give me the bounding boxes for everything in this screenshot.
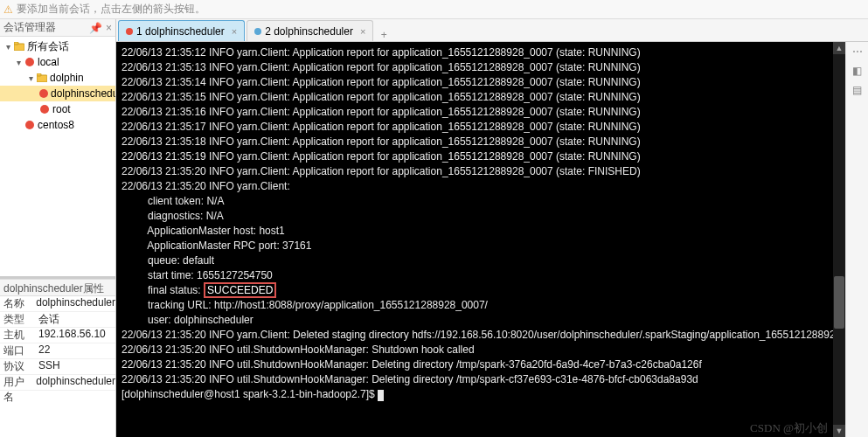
collapse-icon[interactable]: ▾ [14, 58, 24, 67]
tab-bar: 1 dolphinscheduler × 2 dolphinscheduler … [116, 19, 868, 42]
close-tab-icon[interactable]: × [232, 26, 237, 37]
session-tree[interactable]: ▾ 所有会话 ▾ local ▾ dolphin dolphinschedule… [0, 37, 115, 135]
session-panel-title: 会话管理器 [3, 20, 56, 35]
warning-icon: ⚠ [3, 3, 13, 16]
scroll-down-icon[interactable]: ▼ [833, 425, 845, 437]
term-line: 22/06/13 21:35:20 INFO yarn.Client: Appl… [122, 165, 641, 177]
term-line: 22/06/13 21:35:15 INFO yarn.Client: Appl… [122, 91, 641, 103]
prop-row: 用户名dolphinscheduler [0, 375, 115, 391]
tool-icon[interactable]: ◧ [852, 65, 862, 77]
term-line: 22/06/13 21:35:14 INFO yarn.Client: Appl… [122, 76, 641, 88]
term-line: 22/06/13 21:35:13 INFO yarn.Client: Appl… [122, 61, 641, 73]
folder-icon [36, 72, 48, 84]
hint-bar: ⚠ 要添加当前会话，点击左侧的箭头按钮。 [0, 0, 868, 19]
term-line: user: dolphinscheduler [122, 314, 253, 326]
terminal-wrap: 22/06/13 21:35:12 INFO yarn.Client: Appl… [116, 42, 868, 437]
svg-rect-4 [37, 73, 41, 76]
final-status-highlight: SUCCEEDED [204, 282, 276, 298]
svg-point-2 [25, 58, 34, 66]
tree-label: dolphinscheduler [51, 87, 115, 100]
right-toolbar: ⋯ ◧ ▤ [845, 42, 868, 437]
tool-icon[interactable]: ⋯ [852, 45, 863, 58]
term-line: 22/06/13 21:35:12 INFO yarn.Client: Appl… [122, 46, 641, 59]
scroll-up-icon[interactable]: ▲ [833, 42, 845, 54]
tab-session-1[interactable]: 1 dolphinscheduler × [118, 20, 245, 41]
tab-session-2[interactable]: 2 dolphinscheduler × [247, 20, 373, 41]
watermark: CSDN @初小创 [750, 420, 828, 435]
host-icon [24, 56, 36, 68]
scroll-thumb[interactable] [834, 276, 844, 329]
term-line: 22/06/13 21:35:20 INFO yarn.Client: [122, 180, 290, 192]
cursor [378, 390, 384, 401]
tree-label: local [38, 56, 59, 68]
term-line: 22/06/13 21:35:20 INFO yarn.Client: Dele… [122, 329, 833, 341]
term-line: 22/06/13 21:35:16 INFO yarn.Client: Appl… [122, 106, 641, 118]
tree-label: dolphin [50, 72, 84, 84]
add-tab-button[interactable]: + [375, 29, 392, 41]
tree-label: 所有会话 [27, 39, 69, 54]
prop-row: 协议SSH [0, 359, 115, 375]
close-icon[interactable]: × [106, 22, 112, 34]
right-pane: 1 dolphinscheduler × 2 dolphinscheduler … [116, 19, 868, 437]
term-line: diagnostics: N/A [122, 210, 224, 222]
term-line: 22/06/13 21:35:20 INFO util.ShutdownHook… [122, 358, 702, 371]
collapse-icon[interactable]: ▾ [26, 73, 36, 83]
properties-header: dolphinscheduler属性 [0, 279, 115, 296]
host-icon [38, 87, 49, 100]
svg-point-6 [40, 105, 49, 114]
main-area: 会话管理器 📌 × ▾ 所有会话 ▾ local ▾ [0, 19, 868, 437]
term-line: queue: default [122, 254, 214, 267]
prop-row: 主机192.168.56.10 [0, 328, 115, 343]
shell-prompt: [dolphinscheduler@host1 spark-3.2.1-bin-… [122, 388, 378, 400]
term-line: 22/06/13 21:35:20 INFO util.ShutdownHook… [122, 343, 475, 356]
hint-text: 要添加当前会话，点击左侧的箭头按钮。 [17, 2, 205, 17]
svg-rect-1 [14, 42, 18, 45]
pin-icon[interactable]: 📌 [89, 22, 102, 34]
terminal-scrollbar[interactable]: ▲ ▼ [833, 42, 845, 437]
collapse-icon[interactable]: ▾ [3, 42, 13, 52]
tree-root[interactable]: ▾ 所有会话 [0, 38, 115, 54]
term-line: 22/06/13 21:35:18 INFO yarn.Client: Appl… [122, 135, 641, 148]
tool-icon[interactable]: ▤ [852, 84, 862, 96]
tree-dolphin[interactable]: ▾ dolphin [0, 70, 115, 86]
status-dot-icon [254, 28, 261, 35]
prop-row: 端口22 [0, 343, 115, 359]
svg-point-7 [25, 121, 34, 129]
close-tab-icon[interactable]: × [360, 26, 365, 37]
tab-label: 2 dolphinscheduler [265, 25, 353, 38]
term-line: client token: N/A [122, 195, 224, 207]
term-line: tracking URL: http://host1:8088/proxy/ap… [122, 299, 488, 311]
host-icon [24, 119, 36, 131]
term-line: 22/06/13 21:35:20 INFO util.ShutdownHook… [122, 373, 698, 385]
tree-item-root[interactable]: root [0, 101, 115, 117]
term-line: start time: 1655127254750 [122, 269, 273, 281]
tab-label: 1 dolphinscheduler [136, 25, 225, 38]
terminal[interactable]: 22/06/13 21:35:12 INFO yarn.Client: Appl… [116, 42, 833, 437]
tree-item-dolphinscheduler[interactable]: dolphinscheduler [0, 86, 115, 101]
host-icon [38, 103, 51, 115]
scroll-track[interactable] [833, 54, 845, 425]
properties-grid: 名称dolphinscheduler 类型会话 主机192.168.56.10 … [0, 296, 115, 438]
term-line: 22/06/13 21:35:19 INFO yarn.Client: Appl… [122, 150, 641, 163]
svg-point-5 [39, 89, 48, 98]
term-line: final status: SUCCEEDED [122, 282, 276, 298]
prop-row: 类型会话 [0, 312, 115, 328]
prop-row: 名称dolphinscheduler [0, 296, 115, 312]
tree-label: root [52, 103, 71, 115]
folder-icon [13, 40, 25, 52]
term-line: ApplicationMaster host: host1 [122, 225, 285, 237]
tree-item-centos8[interactable]: centos8 [0, 117, 115, 133]
left-sidebar: 会话管理器 📌 × ▾ 所有会话 ▾ local ▾ [0, 19, 116, 437]
tree-label: centos8 [38, 119, 74, 131]
term-line: 22/06/13 21:35:17 INFO yarn.Client: Appl… [122, 121, 641, 133]
status-dot-icon [126, 28, 133, 35]
term-line: ApplicationMaster RPC port: 37161 [122, 239, 311, 252]
app-root: ⚠ 要添加当前会话，点击左侧的箭头按钮。 会话管理器 📌 × ▾ 所有会话 ▾ [0, 0, 868, 437]
tree-local[interactable]: ▾ local [0, 54, 115, 70]
session-panel-header: 会话管理器 📌 × [0, 19, 115, 37]
